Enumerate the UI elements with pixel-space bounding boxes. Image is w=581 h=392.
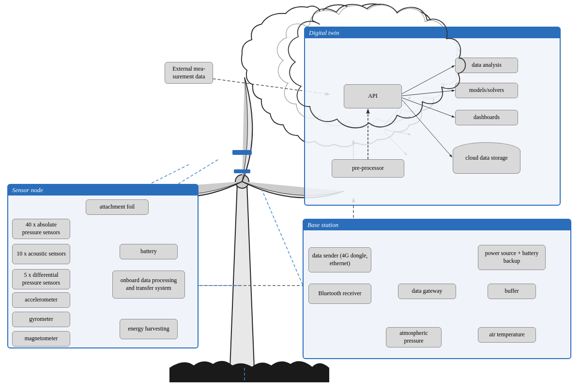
data-gateway-box: data gateway xyxy=(398,284,456,299)
api-box: API xyxy=(344,84,402,108)
bluetooth-box: Bluetooth receiver xyxy=(308,284,371,304)
svg-point-1 xyxy=(235,175,249,188)
svg-line-34 xyxy=(402,90,454,96)
svg-line-33 xyxy=(402,66,454,94)
acoustic-box: 10 x acoustic sensors xyxy=(12,244,70,264)
svg-marker-0 xyxy=(230,184,254,368)
svg-point-4 xyxy=(230,365,254,373)
energy-box: energy harvesting xyxy=(120,319,178,339)
svg-rect-2 xyxy=(232,150,252,155)
cloud-storage-box: cloud data storage xyxy=(453,142,520,174)
atmospheric-box: atmospheric pressure xyxy=(386,327,442,347)
svg-rect-3 xyxy=(234,169,250,173)
power-source-box: power source + battery backup xyxy=(478,245,546,270)
base-station-panel: Base station data sender (4G dongle, eth… xyxy=(303,219,571,359)
accelerometer-box: accelerometer xyxy=(12,292,70,308)
models-solvers-box: models/solvers xyxy=(455,83,518,98)
air-temp-box: air temperature xyxy=(478,327,536,343)
dashboards-box: dashboards xyxy=(455,110,518,125)
external-data-label: External mea-surement data xyxy=(172,65,205,80)
data-sender-box: data sender (4G dongle, ethernet) xyxy=(308,247,371,272)
external-data-box: External mea-surement data xyxy=(165,62,213,84)
attachment-foil-box: attachment foil xyxy=(86,199,149,215)
base-station-header: Base station xyxy=(304,220,570,230)
magnetometer-box: magnetometer xyxy=(12,331,70,347)
diagram-container: External mea-surement data Sensor node a… xyxy=(0,0,581,392)
svg-line-13 xyxy=(261,189,305,290)
pressure-diff-box: 5 x differential pressure sensors xyxy=(12,269,70,289)
digital-twin-header: Digital twin xyxy=(305,28,560,38)
sensor-node-header: Sensor node xyxy=(8,185,198,196)
buffer-box: buffer xyxy=(488,284,536,299)
svg-line-35 xyxy=(402,98,454,117)
gyrometer-box: gyrometer xyxy=(12,312,70,327)
onboard-box: onboard data processing and transfer sys… xyxy=(112,271,185,299)
digital-twin-panel: Digital twin API pre-processor data anal… xyxy=(304,27,561,206)
sensor-node-panel: Sensor node attachment foil 40 x absolut… xyxy=(7,184,199,348)
preprocessor-box: pre-processor xyxy=(332,159,404,178)
battery-box: battery xyxy=(120,244,178,259)
data-analysis-box: data analysis xyxy=(455,58,518,73)
pressure-abs-box: 40 x absolute pressure sensors xyxy=(12,219,70,239)
svg-line-36 xyxy=(402,100,452,157)
